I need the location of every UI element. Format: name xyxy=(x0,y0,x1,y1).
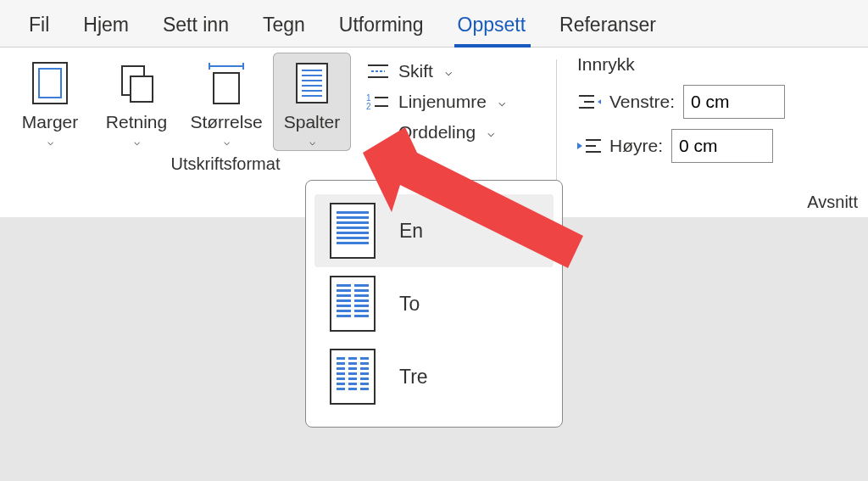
orientation-icon xyxy=(117,59,156,107)
chevron-down-icon: ⌵ xyxy=(134,136,140,148)
paragraph-group: Innrykk Venstre: Høyre: Avsnitt xyxy=(560,48,868,217)
svg-rect-3 xyxy=(131,76,153,102)
margins-button[interactable]: Marger ⌵ xyxy=(7,53,93,151)
group-divider xyxy=(556,59,557,185)
indent-right-input[interactable] xyxy=(671,129,773,163)
hyphenation-label: Orddeling xyxy=(398,122,476,143)
breaks-button[interactable]: Skift ⌵ xyxy=(366,61,541,81)
columns-button[interactable]: Spalter ⌵ xyxy=(273,53,351,151)
tab-settinn[interactable]: Sett inn xyxy=(146,5,246,47)
columns-one-label: En xyxy=(399,220,423,243)
columns-one[interactable]: En xyxy=(314,194,554,267)
tab-utforming[interactable]: Utforming xyxy=(322,5,441,47)
indent-left-row: Venstre: xyxy=(577,85,860,119)
columns-two[interactable]: To xyxy=(314,267,554,340)
hyphenation-button[interactable]: Orddeling ⌵ xyxy=(366,122,541,143)
tab-fil[interactable]: Fil xyxy=(12,5,66,47)
columns-three-label: Tre xyxy=(399,366,428,389)
chevron-down-icon: ⌵ xyxy=(487,126,494,139)
columns-two-label: To xyxy=(399,293,420,316)
page-setup-smallstack: Skift ⌵ 12 Linjenumre ⌵ Orddeling ⌵ xyxy=(351,53,546,146)
columns-one-icon xyxy=(330,203,376,259)
tab-oppsett[interactable]: Oppsett xyxy=(441,5,543,47)
indent-right-row: Høyre: xyxy=(577,129,860,163)
svg-text:2: 2 xyxy=(366,102,371,111)
chevron-down-icon: ⌵ xyxy=(47,136,53,148)
page-setup-group-label: Utskriftsformat xyxy=(171,154,281,174)
chevron-down-icon: ⌵ xyxy=(445,64,452,78)
chevron-down-icon: ⌵ xyxy=(309,136,315,148)
chevron-down-icon: ⌵ xyxy=(224,136,230,148)
columns-three-icon xyxy=(330,349,376,405)
size-label: Størrelse xyxy=(190,112,262,132)
tab-bar: Fil Hjem Sett inn Tegn Utforming Oppsett… xyxy=(0,0,868,48)
breaks-label: Skift xyxy=(398,61,433,81)
indent-right-label: Høyre: xyxy=(609,136,663,156)
indent-right-icon xyxy=(577,137,601,155)
svg-rect-8 xyxy=(297,64,327,103)
margins-icon xyxy=(31,59,69,107)
tab-tegn[interactable]: Tegn xyxy=(246,5,322,47)
page-setup-row: Marger ⌵ Retning ⌵ Størrelse ⌵ xyxy=(7,53,546,151)
columns-menu: En To Tre xyxy=(305,180,563,428)
indent-title: Innrykk xyxy=(577,54,860,75)
indent-left-input[interactable] xyxy=(683,85,785,119)
breaks-icon xyxy=(366,62,390,81)
size-button[interactable]: Størrelse ⌵ xyxy=(180,53,273,151)
line-numbers-icon: 12 xyxy=(366,92,390,111)
columns-icon xyxy=(295,59,329,107)
tab-hjem[interactable]: Hjem xyxy=(66,5,146,47)
tab-referanser[interactable]: Referanser xyxy=(542,5,673,47)
line-numbers-button[interactable]: 12 Linjenumre ⌵ xyxy=(366,92,541,112)
line-numbers-label: Linjenumre xyxy=(398,92,487,112)
svg-rect-7 xyxy=(214,73,239,103)
size-icon xyxy=(205,59,248,107)
columns-two-icon xyxy=(330,276,376,332)
indent-left-icon xyxy=(577,92,601,111)
columns-three[interactable]: Tre xyxy=(314,340,554,413)
orientation-label: Retning xyxy=(106,112,167,132)
orientation-button[interactable]: Retning ⌵ xyxy=(93,53,180,151)
margins-label: Marger xyxy=(22,112,79,132)
chevron-down-icon: ⌵ xyxy=(498,95,505,109)
indent-left-label: Venstre: xyxy=(609,92,675,112)
columns-label: Spalter xyxy=(284,112,341,132)
paragraph-group-label: Avsnitt xyxy=(807,193,858,212)
